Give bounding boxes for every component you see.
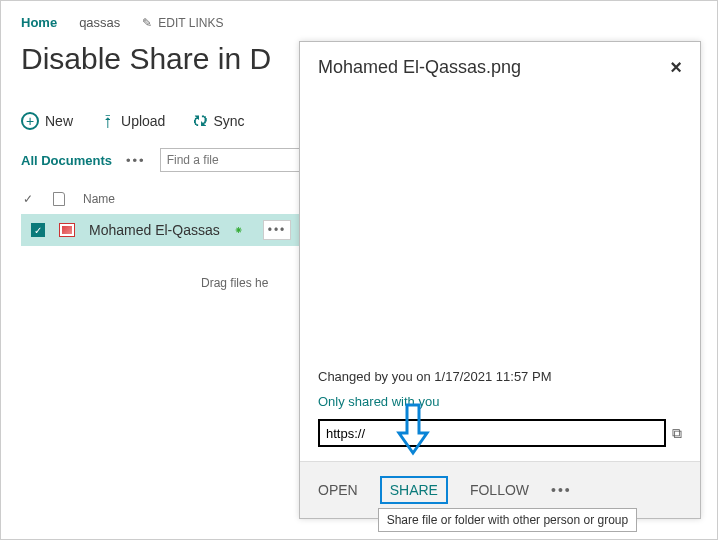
pencil-icon: ✎	[142, 16, 152, 30]
share-tooltip: Share file or folder with other person o…	[378, 508, 637, 532]
close-icon[interactable]: ×	[670, 56, 682, 79]
sync-button[interactable]: 🗘 Sync	[193, 113, 244, 129]
upload-icon: ⭱	[101, 113, 115, 129]
row-title: Mohamed El-Qassas	[89, 222, 220, 238]
upload-label: Upload	[121, 113, 165, 129]
new-button[interactable]: + New	[21, 112, 73, 130]
footer-more-icon[interactable]: •••	[551, 482, 572, 498]
details-panel: Mohamed El-Qassas.png × Changed by you o…	[299, 41, 701, 519]
edit-links-button[interactable]: ✎ EDIT LINKS	[142, 16, 223, 30]
image-file-icon	[59, 223, 75, 237]
breadcrumb: Home qassas ✎ EDIT LINKS	[21, 1, 717, 38]
changed-by-text: Changed by you on 1/17/2021 11:57 PM	[318, 369, 682, 384]
edit-links-label: EDIT LINKS	[158, 16, 223, 30]
sync-icon: 🗘	[193, 113, 207, 129]
list-item[interactable]: ✓ Mohamed El-Qassas ⁕ •••	[21, 214, 301, 246]
column-name[interactable]: Name	[83, 192, 115, 206]
upload-button[interactable]: ⭱ Upload	[101, 113, 165, 129]
plus-icon: +	[21, 112, 39, 130]
open-button[interactable]: OPEN	[318, 482, 358, 498]
view-name[interactable]: All Documents	[21, 153, 112, 168]
select-all-icon[interactable]: ✓	[21, 192, 35, 206]
share-label: SHARE	[390, 482, 438, 498]
view-more-icon[interactable]: •••	[126, 153, 146, 168]
row-checkbox[interactable]: ✓	[31, 223, 45, 237]
share-url-input[interactable]	[318, 419, 666, 447]
new-badge-icon: ⁕	[234, 224, 243, 237]
breadcrumb-site[interactable]: qassas	[79, 15, 120, 30]
row-more-button[interactable]: •••	[263, 220, 291, 240]
follow-button[interactable]: FOLLOW	[470, 482, 529, 498]
breadcrumb-home[interactable]: Home	[21, 15, 57, 30]
panel-title: Mohamed El-Qassas.png	[318, 57, 521, 78]
type-column-icon	[53, 192, 65, 206]
panel-footer: OPEN SHARE Share file or folder with oth…	[300, 461, 700, 518]
copy-icon[interactable]: ⧉	[672, 425, 682, 442]
new-label: New	[45, 113, 73, 129]
sync-label: Sync	[213, 113, 244, 129]
shared-with-link[interactable]: Only shared with you	[318, 394, 682, 409]
find-file-input[interactable]	[160, 148, 310, 172]
share-button[interactable]: SHARE Share file or folder with other pe…	[380, 476, 448, 504]
